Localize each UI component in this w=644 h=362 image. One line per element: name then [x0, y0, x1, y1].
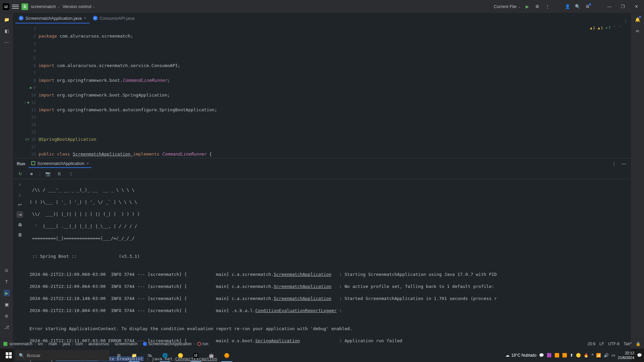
bookmarks-tool-icon[interactable]: ⋯ — [3, 39, 10, 46]
tabs-more-icon[interactable]: ⋮ — [624, 18, 628, 23]
clear-icon[interactable]: 🗑 — [16, 231, 23, 238]
chrome-app[interactable]: 🌐 — [158, 349, 172, 362]
tab-consumo-api[interactable]: C ConsumoAPI.java — [90, 13, 138, 23]
console-output[interactable]: /\\ / ___'_ __ _ _(_)_ __ __ _ \ \ \ \ (… — [26, 179, 631, 362]
editor-tabs: C ScreenmatchApplication.java × C Consum… — [13, 13, 631, 24]
run-config-dropdown[interactable]: Current File — [494, 4, 521, 9]
svg-rect-3 — [9, 356, 12, 358]
notifications-icon[interactable]: 🔔 — [634, 16, 641, 23]
project-tool-icon[interactable]: 📁 — [3, 16, 10, 23]
maven-tool-icon[interactable]: m — [634, 27, 641, 34]
run-gutter-icon[interactable]: ▶ — [28, 99, 30, 106]
explorer-app[interactable]: 📁 — [127, 349, 142, 362]
scroll-to-end-icon[interactable]: ⇥ — [16, 211, 23, 218]
soft-wrap-icon[interactable]: ↩ — [16, 201, 23, 208]
title-bar: IJ S screenmatch Version control Current… — [0, 0, 644, 13]
code-with-me-icon[interactable]: 👤 — [564, 3, 571, 10]
start-button[interactable] — [2, 349, 15, 362]
taskbar-search[interactable]: 🔍 Buscar — [15, 350, 109, 361]
run-gutter-icon[interactable]: ▶ — [30, 84, 32, 92]
svg-rect-1 — [9, 352, 12, 355]
svg-rect-2 — [6, 356, 8, 358]
right-tool-strip: 🔔 m — [631, 13, 644, 339]
run-status-icon — [31, 161, 35, 165]
debug-button[interactable]: ⚙ — [534, 3, 541, 10]
run-tool-icon[interactable]: ⊙ — [3, 267, 10, 274]
minimize-button[interactable]: — — [604, 2, 614, 12]
scroll-down-icon[interactable]: ↓ — [16, 191, 23, 198]
run-tab[interactable]: ScreenmatchApplication × — [29, 160, 92, 168]
left-tool-strip: 📁 ◧ ⋯ ⊙ T ▶ ▣ ⊘ ⎇ — [0, 13, 13, 339]
tab-screenmatch-application[interactable]: C ScreenmatchApplication.java × — [15, 13, 90, 23]
run-tool-window: Run ScreenmatchApplication × ⋮ — ↻ ■ 📷 ⎘… — [13, 158, 631, 362]
settings-icon[interactable]: ⚙ — [584, 3, 591, 10]
tab-label: ScreenmatchApplication.java — [25, 16, 82, 21]
more-toolbar-icon[interactable]: ⋮ — [67, 171, 74, 177]
intellij-app[interactable]: IJ — [189, 349, 203, 362]
vcs-dropdown[interactable]: Version control — [62, 4, 95, 9]
exit-icon[interactable]: ⎘ — [56, 171, 63, 177]
debug-tool-icon[interactable]: ▣ — [3, 301, 10, 308]
close-button[interactable]: ✕ — [631, 2, 641, 12]
dump-threads-icon[interactable]: 📷 — [45, 171, 51, 177]
hide-run-panel-icon[interactable]: — — [621, 160, 627, 167]
copilot-app[interactable]: 🤖 — [204, 349, 219, 362]
problems-tool-icon[interactable]: ⊘ — [3, 312, 10, 319]
readonly-lock-icon[interactable]: 🔒 — [636, 342, 641, 346]
search-everywhere-icon[interactable]: 🔍 — [574, 3, 581, 10]
git-tool-icon[interactable]: ⎇ — [3, 324, 10, 330]
project-dropdown[interactable]: screenmatch — [31, 4, 60, 9]
run-panel-title: Run — [17, 161, 25, 166]
stop-icon[interactable]: ■ — [28, 171, 35, 177]
scroll-up-icon[interactable]: ↑ — [16, 181, 23, 188]
code-editor[interactable]: ▲1 ▲1 ✔7 ˆˇ 1 2 3 4 5 6 7 8 ▶9 10 ›▶11 1… — [13, 24, 631, 158]
close-tab-icon[interactable]: × — [84, 16, 86, 20]
structure-tool-icon[interactable]: ◧ — [3, 27, 10, 34]
project-status-icon — [3, 342, 7, 346]
search-icon: 🔍 — [19, 353, 24, 358]
terminal-tool-icon[interactable]: T — [3, 278, 10, 285]
run-button[interactable]: ▶ — [524, 3, 531, 10]
ide-logo: IJ — [3, 3, 9, 10]
svg-rect-0 — [6, 352, 8, 355]
close-run-tab-icon[interactable]: × — [86, 161, 89, 166]
java-class-icon: C — [19, 16, 23, 20]
project-badge: S — [21, 3, 28, 10]
run-panel-options-icon[interactable]: ⋮ — [610, 160, 617, 167]
main-menu-button[interactable] — [12, 5, 19, 9]
editor-gutter[interactable]: 1 2 3 4 5 6 7 8 ▶9 10 ›▶11 12 13 14 15 o… — [13, 24, 39, 158]
code-area[interactable]: package com.aluracursos.screenmatch; imp… — [39, 24, 631, 158]
print-icon[interactable]: 🖶 — [16, 221, 23, 228]
override-gutter-icon[interactable]: o↑ — [25, 136, 30, 143]
run-tool-active-icon[interactable]: ▶ — [3, 290, 10, 296]
rerun-icon[interactable]: ↻ — [17, 171, 23, 177]
chrome-canary-app[interactable]: 🟡 — [173, 349, 188, 362]
java-class-icon: C — [93, 16, 98, 20]
action-center-icon[interactable]: 💬 — [637, 353, 642, 358]
more-run-button[interactable]: ⋮ — [544, 3, 551, 10]
store-app[interactable]: 🛍 — [142, 349, 157, 362]
tab-label: ConsumoAPI.java — [100, 16, 135, 21]
postman-app[interactable]: 🟠 — [219, 349, 234, 362]
task-view-button[interactable]: ⊞ — [111, 349, 126, 362]
maximize-button[interactable]: ❐ — [618, 2, 628, 12]
